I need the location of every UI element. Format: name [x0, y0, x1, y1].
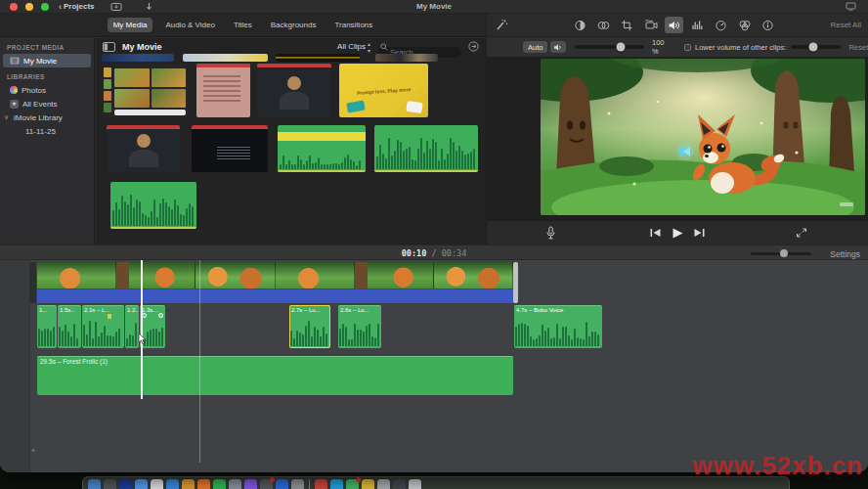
clip-thumbnail-notes-doc[interactable]	[196, 64, 250, 117]
filmstrip-frame[interactable]	[276, 262, 355, 289]
playhead[interactable]	[141, 260, 143, 399]
clip-appearance-icon[interactable]	[468, 41, 479, 52]
stabilization-icon[interactable]	[641, 17, 660, 33]
clip-trim-handle[interactable]	[513, 262, 518, 303]
dock-icon[interactable]	[135, 479, 148, 489]
display-icon[interactable]	[846, 2, 856, 11]
audio-clip[interactable]: 4.7s – Bobo Voice	[514, 305, 602, 348]
clip-thumbnail-presenter[interactable]	[107, 125, 180, 172]
preview-video-frame[interactable]	[541, 59, 865, 215]
dock-icon[interactable]	[182, 479, 195, 489]
lower-volume-checkbox[interactable]	[684, 44, 691, 51]
video-filmstrip[interactable]	[37, 262, 513, 289]
volume-icon[interactable]	[665, 17, 683, 33]
dock-icon[interactable]	[260, 479, 273, 489]
sidebar-item-photos[interactable]: Photos	[0, 83, 94, 97]
dock-icon[interactable]	[276, 479, 288, 489]
minimize-button[interactable]	[25, 3, 33, 11]
filmstrip-frame[interactable]	[195, 262, 275, 289]
mute-button[interactable]	[550, 41, 566, 53]
dock-icon[interactable]	[346, 479, 359, 489]
dock-icon[interactable]	[88, 479, 101, 489]
search-field[interactable]	[377, 41, 461, 52]
zoom-knob[interactable]	[780, 249, 788, 257]
reset-all-button[interactable]: Reset All	[830, 21, 861, 29]
play-button[interactable]	[671, 227, 685, 240]
clip-thumbnail-audio[interactable]	[278, 125, 366, 172]
timeline-zoom-slider[interactable]	[751, 252, 811, 255]
dock-icon[interactable]	[166, 479, 179, 489]
lower-volume-knob[interactable]	[809, 43, 818, 52]
dock-icon[interactable]	[104, 479, 116, 489]
dock-icon[interactable]	[151, 479, 163, 489]
dock-icon[interactable]	[377, 479, 390, 489]
clip-thumbnail-presenter[interactable]	[257, 64, 331, 117]
audio-clip[interactable]: 1.5s...	[58, 305, 81, 348]
music-clip[interactable]: 29.5s – Forest Frolic (1)	[37, 356, 513, 395]
all-clips-dropdown[interactable]: All Clips ▴▾	[337, 40, 370, 54]
clip-thumbnail-audio[interactable]	[374, 125, 478, 172]
crop-icon[interactable]	[618, 17, 636, 33]
video-audio-band[interactable]	[37, 289, 513, 303]
import-media-icon[interactable]	[110, 2, 123, 12]
dock-icon[interactable]	[244, 479, 257, 489]
share-download-icon[interactable]	[145, 2, 153, 12]
dock-icon[interactable]	[197, 479, 210, 489]
tab-titles[interactable]: Titles	[228, 18, 258, 32]
tab-transitions[interactable]: Transitions	[328, 18, 378, 32]
filmstrip-frame[interactable]	[355, 262, 434, 289]
fade-handle[interactable]	[158, 313, 163, 318]
fullscreen-icon[interactable]	[796, 227, 807, 239]
audio-clip[interactable]: 2.1s – L...	[82, 305, 124, 348]
clip-thumbnail-partial[interactable]	[276, 54, 360, 62]
dock-icon[interactable]	[409, 479, 421, 489]
filmstrip-frame[interactable]	[434, 262, 513, 289]
filmstrip-frame[interactable]	[37, 262, 116, 289]
next-frame-button[interactable]	[694, 228, 706, 238]
dock-icon[interactable]	[119, 479, 132, 489]
dock-icon[interactable]	[315, 479, 327, 489]
previous-frame-button[interactable]	[650, 228, 662, 238]
clip-thumbnail-yellow-slide[interactable]: Prompt less, Play more	[339, 64, 428, 117]
dock-icon[interactable]	[393, 479, 406, 489]
dock-icon[interactable]	[330, 479, 343, 489]
color-balance-icon[interactable]	[571, 17, 589, 33]
tab-audio-video[interactable]: Audio & Video	[159, 18, 221, 32]
clip-thumbnail-partial[interactable]	[375, 54, 438, 62]
clip-thumbnail-audio[interactable]	[110, 182, 196, 229]
tab-my-media[interactable]: My Media	[108, 18, 153, 32]
enhance-wand-icon[interactable]	[495, 19, 508, 31]
dock-icon[interactable]	[213, 479, 226, 489]
sidebar-item-my-movie[interactable]: My Movie	[3, 54, 91, 67]
back-to-projects-button[interactable]: ‹ Projects	[59, 2, 95, 12]
clip-thumbnail-partial[interactable]	[183, 54, 268, 62]
chevron-down-icon[interactable]: ∨	[4, 113, 10, 121]
clip-thumbnail-partial[interactable]	[102, 54, 174, 62]
clip-thumbnail-fox-gallery[interactable]	[102, 64, 189, 117]
microphone-icon[interactable]	[545, 226, 556, 241]
filmstrip-frame[interactable]	[116, 262, 195, 289]
sidebar-item-all-events[interactable]: ★ All Events	[0, 97, 94, 111]
sidebar-item-event-date[interactable]: 11-11-25	[0, 124, 94, 138]
clip-info-icon[interactable]	[759, 17, 777, 33]
sidebar-toggle-icon[interactable]	[103, 42, 115, 52]
tab-backgrounds[interactable]: Backgrounds	[265, 18, 323, 32]
zoom-button[interactable]	[41, 3, 49, 11]
clip-start-handle[interactable]	[29, 262, 36, 303]
sidebar-item-imovie-library[interactable]: ∨ iMovie Library	[0, 111, 94, 124]
dock-icon[interactable]	[229, 479, 241, 489]
dock-icon[interactable]	[291, 479, 304, 489]
audio-clip[interactable]: 1.2...	[125, 305, 139, 348]
audio-clip[interactable]: 2.6s – Lu...	[338, 305, 381, 348]
close-button[interactable]	[10, 3, 18, 11]
clip-filter-icon[interactable]	[735, 17, 754, 33]
color-correction-icon[interactable]	[594, 17, 613, 33]
dock-icon[interactable]	[362, 479, 374, 489]
lower-volume-slider[interactable]	[791, 45, 841, 49]
volume-slider-knob[interactable]	[616, 43, 625, 52]
volume-reset-button[interactable]: Reset	[848, 43, 868, 52]
auto-volume-button[interactable]: Auto	[523, 41, 547, 53]
timeline[interactable]: 1...1.5s...2.1s – L...1.2...1.3s...2.7s …	[0, 260, 868, 472]
timeline-settings-button[interactable]: Settings	[830, 249, 860, 259]
speed-icon[interactable]	[712, 17, 730, 33]
